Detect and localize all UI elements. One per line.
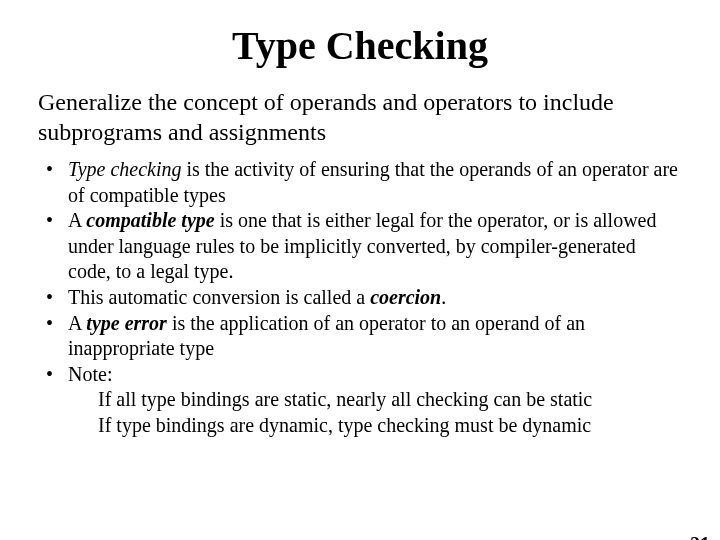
- intro-text: Generalize the concept of operands and o…: [38, 87, 682, 147]
- bullet-list: Type checking is the activity of ensurin…: [38, 157, 682, 439]
- bullet-item: Note:If all type bindings are static, ne…: [38, 362, 682, 439]
- slide: Type Checking Generalize the concept of …: [0, 22, 720, 540]
- bullet-item: Type checking is the activity of ensurin…: [38, 157, 682, 208]
- bullet-segment: Note:: [68, 363, 112, 385]
- bullet-segment: Type checking: [68, 158, 181, 180]
- bullet-item: A compatible type is one that is either …: [38, 208, 682, 285]
- page-number: 21: [690, 533, 710, 540]
- slide-title: Type Checking: [0, 22, 720, 69]
- bullet-subline: If all type bindings are static, nearly …: [68, 387, 682, 413]
- bullet-segment: compatible type: [86, 209, 214, 231]
- bullet-segment: This automatic conversion is called a: [68, 286, 370, 308]
- bullet-ul: Type checking is the activity of ensurin…: [38, 157, 682, 439]
- bullet-segment: .: [441, 286, 446, 308]
- bullet-segment: type error: [86, 312, 167, 334]
- bullet-item: This automatic conversion is called a co…: [38, 285, 682, 311]
- bullet-subline: If type bindings are dynamic, type check…: [68, 413, 682, 439]
- bullet-segment: A: [68, 209, 86, 231]
- bullet-item: A type error is the application of an op…: [38, 311, 682, 362]
- bullet-segment: coercion: [370, 286, 441, 308]
- bullet-segment: A: [68, 312, 86, 334]
